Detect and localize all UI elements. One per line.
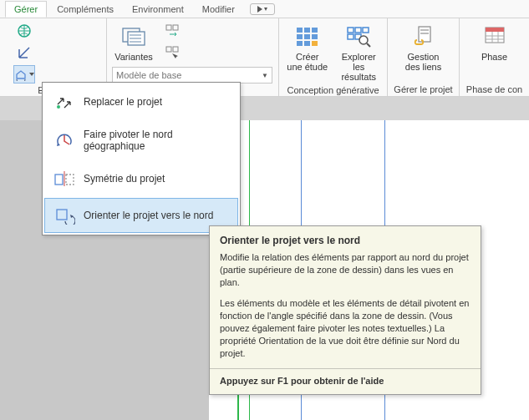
menu-label: Orienter le projet vers le nord: [84, 210, 213, 221]
svg-rect-25: [348, 34, 354, 39]
tab-gerer[interactable]: Gérer: [5, 1, 47, 18]
model-base-combo[interactable]: Modèle de base ▼: [112, 67, 272, 83]
svg-line-28: [367, 43, 370, 47]
tab-modifier[interactable]: Modifier: [194, 2, 243, 17]
creer-etude-button[interactable]: Créerune étude: [284, 22, 331, 73]
svg-rect-20: [304, 41, 310, 46]
variantes-label: Variantes: [114, 52, 153, 62]
move-arrows-icon: [53, 92, 75, 112]
panel-label-phase: Phase de con: [465, 83, 524, 94]
add-to-set-button[interactable]: [162, 22, 184, 40]
mirror-icon: [53, 169, 75, 189]
ribbon-tabs: Gérer Compléments Environment Modifier: [0, 0, 529, 18]
svg-rect-13: [297, 28, 303, 33]
svg-rect-30: [420, 29, 429, 31]
position-dropdown-button[interactable]: [13, 65, 35, 83]
grid-cursor-icon: [165, 46, 181, 59]
svg-rect-18: [312, 34, 318, 39]
axes-icon: [17, 45, 32, 60]
ribbon-extras-dropdown[interactable]: [250, 3, 275, 15]
svg-rect-31: [420, 33, 429, 34]
tooltip-body: Modifie la relation des éléments par rap…: [220, 251, 471, 289]
play-icon: [256, 6, 269, 13]
rotate-compass-icon: [53, 130, 75, 150]
phase-icon: [481, 23, 508, 50]
tooltip-help: Appuyez sur F1 pour obtenir de l'aide: [220, 376, 471, 386]
coordinates-button[interactable]: [13, 43, 35, 62]
svg-point-38: [57, 105, 60, 109]
svg-rect-15: [312, 28, 318, 33]
panel-conception: Créerune étude Explorerles résultats Con…: [279, 18, 388, 96]
variants-icon: [120, 23, 147, 50]
svg-rect-41: [66, 175, 74, 185]
menu-label: Symétrie du projet: [84, 173, 165, 185]
position-dropdown-menu: Replacer le projet Faire pivoter le nord…: [42, 82, 241, 235]
panel-phase: Phase Phase de con: [460, 18, 529, 96]
explorer-resultats-button[interactable]: Explorerles résultats: [336, 22, 383, 83]
menu-pivoter-nord[interactable]: Faire pivoter le nord géographique: [44, 121, 238, 159]
svg-point-27: [359, 36, 368, 44]
svg-rect-12: [173, 47, 178, 52]
svg-rect-33: [486, 28, 504, 32]
svg-rect-11: [166, 47, 171, 52]
svg-rect-23: [355, 28, 361, 33]
chevron-down-icon: ▼: [262, 72, 268, 79]
tooltip: Orienter le projet vers le nord Modifie …: [209, 225, 481, 395]
globe-icon: [16, 23, 33, 39]
menu-replacer-projet[interactable]: Replacer le projet: [44, 84, 238, 119]
menu-label: Faire pivoter le nord géographique: [84, 129, 229, 152]
tab-environment[interactable]: Environment: [124, 2, 192, 17]
house-rotate-icon: [14, 68, 34, 81]
combo-text: Modèle de base: [116, 70, 181, 80]
svg-rect-21: [312, 41, 318, 46]
svg-rect-19: [297, 41, 303, 46]
chevron-down-icon: [29, 72, 34, 77]
panel-label-conception: Conception générative: [284, 83, 382, 95]
svg-rect-9: [166, 25, 171, 30]
gestion-liens-button[interactable]: Gestiondes liens: [400, 22, 447, 73]
orient-north-icon: [53, 205, 75, 225]
svg-rect-40: [55, 175, 63, 185]
svg-rect-17: [304, 34, 310, 39]
svg-rect-14: [304, 28, 310, 33]
svg-rect-16: [297, 34, 303, 39]
panel-gerer-projet: Gestiondes liens Gérer le projet: [388, 18, 460, 96]
tooltip-divider: [210, 368, 481, 369]
svg-rect-10: [173, 25, 178, 30]
grid-magnify-icon: [345, 23, 372, 50]
svg-rect-22: [348, 28, 354, 33]
pick-to-edit-button[interactable]: [162, 43, 184, 62]
menu-symetrie-projet[interactable]: Symétrie du projet: [44, 161, 238, 196]
tooltip-body: Les éléments du modèle et les éléments d…: [220, 297, 471, 360]
phase-button[interactable]: Phase: [476, 22, 513, 63]
phase-label: Phase: [481, 52, 507, 62]
menu-label: Replacer le projet: [84, 96, 162, 108]
svg-rect-43: [57, 210, 67, 220]
tab-complements[interactable]: Compléments: [48, 2, 122, 17]
links-icon: [410, 23, 437, 50]
svg-marker-0: [257, 6, 262, 13]
grid-arrow-icon: [165, 24, 181, 38]
grid-blue-icon: [294, 23, 321, 50]
panel-label-gerer: Gérer le projet: [393, 83, 454, 94]
variantes-button[interactable]: Variantes: [112, 22, 155, 63]
svg-rect-24: [363, 28, 369, 33]
svg-marker-3: [29, 73, 34, 76]
svg-marker-1: [264, 8, 267, 11]
globe-button[interactable]: [13, 22, 35, 40]
tooltip-title: Orienter le projet vers le nord: [220, 235, 471, 246]
